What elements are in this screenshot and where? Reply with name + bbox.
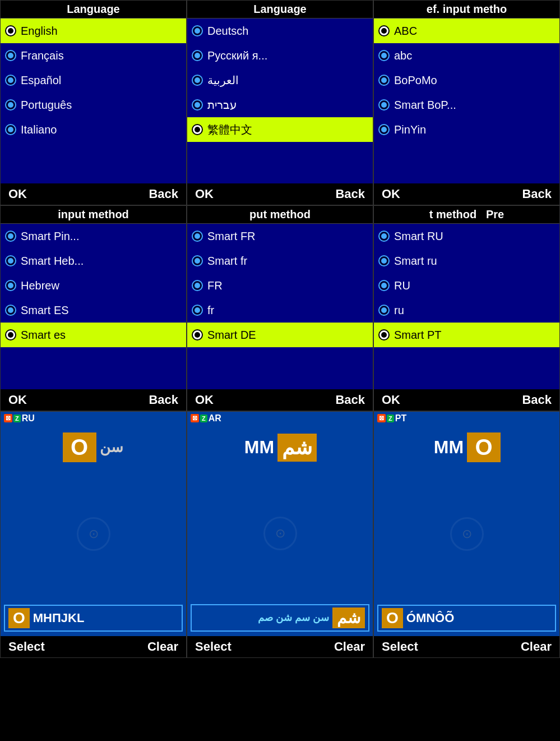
method-label: Smart DE bbox=[207, 329, 256, 342]
back-button[interactable]: Back bbox=[149, 187, 178, 201]
typed-chars: شم ММ bbox=[193, 431, 367, 464]
selected-char: О bbox=[8, 608, 30, 628]
ok-button[interactable]: OK bbox=[8, 393, 27, 407]
input-bopomo[interactable]: BoPoMo bbox=[374, 68, 559, 93]
typed-char-highlighted: О bbox=[63, 432, 96, 462]
select-button[interactable]: Select bbox=[8, 639, 45, 654]
method-smart-ru-upper[interactable]: Smart RU bbox=[374, 224, 559, 248]
ok-button[interactable]: OK bbox=[195, 393, 214, 407]
typing-area: ММ О ⊙ bbox=[374, 425, 559, 605]
method-ru-upper[interactable]: RU bbox=[374, 273, 559, 298]
input-method-panel-2: put method Smart FR Smart fr FR fr Smart… bbox=[187, 205, 373, 411]
lang-label: Русский я... bbox=[207, 49, 267, 62]
typed-char-highlighted: О bbox=[467, 432, 501, 462]
keyboard-input-bar[interactable]: О ÓMNÔÕ bbox=[377, 605, 556, 632]
ok-button[interactable]: OK bbox=[8, 187, 27, 201]
lang-italiano[interactable]: Italiano bbox=[1, 117, 186, 142]
footer-bar: OK Back bbox=[187, 183, 373, 205]
logo-icon: ⊠ bbox=[191, 414, 199, 422]
lang-chinese[interactable]: 繁體中文 bbox=[187, 117, 373, 142]
radio-icon bbox=[5, 280, 16, 291]
footer-bar: OK Back bbox=[374, 389, 559, 411]
input-label: BoPoMo bbox=[394, 74, 437, 87]
logo2-icon: Z bbox=[387, 415, 394, 422]
radio-icon bbox=[192, 50, 203, 61]
radio-icon bbox=[5, 75, 16, 86]
method-label: RU bbox=[394, 279, 410, 292]
method-label: Smart RU bbox=[394, 230, 443, 243]
lang-label: PT bbox=[395, 413, 406, 424]
radio-icon bbox=[5, 305, 16, 316]
method-smart-pt[interactable]: Smart PT bbox=[374, 323, 559, 347]
logo2-icon: Z bbox=[13, 415, 21, 422]
method-ru-lower[interactable]: ru bbox=[374, 298, 559, 323]
typed-char-mm: ММ bbox=[242, 435, 276, 460]
method-smart-fr-upper[interactable]: Smart FR bbox=[187, 224, 373, 248]
back-button[interactable]: Back bbox=[149, 393, 178, 407]
ok-button[interactable]: OK bbox=[382, 187, 400, 201]
method-smart-pin[interactable]: Smart Pin... bbox=[1, 224, 186, 248]
footer-bar: OK Back bbox=[1, 389, 186, 411]
input-label: Smart BoP... bbox=[394, 99, 456, 112]
keyboard-ar: ⊠ Z AR شم ММ ⊙ شم سن سم شن صم Select Cle… bbox=[187, 411, 373, 658]
lang-portugues[interactable]: Português bbox=[1, 93, 186, 117]
radio-icon bbox=[378, 75, 390, 86]
logo-icon: ⊠ bbox=[377, 414, 386, 422]
method-label: Smart ru bbox=[394, 255, 437, 268]
input-label: abc bbox=[394, 49, 412, 62]
ok-button[interactable]: OK bbox=[195, 187, 214, 201]
method-smart-es-lower[interactable]: Smart es bbox=[1, 323, 186, 347]
lang-espanol[interactable]: Español bbox=[1, 68, 186, 93]
method-smart-ru-lower[interactable]: Smart ru bbox=[374, 248, 559, 273]
method-label: Smart Heb... bbox=[21, 255, 84, 268]
keyboard-header-ru: ⊠ Z RU bbox=[1, 412, 186, 425]
input-abc-lower[interactable]: abc bbox=[374, 43, 559, 68]
language-panel-3: ef. input metho ABC abc BoPoMo Smart BoP… bbox=[373, 0, 560, 205]
keyboard-input-bar[interactable]: شم سن سم شن صم bbox=[191, 604, 369, 632]
lang-arabic[interactable]: العربية bbox=[187, 68, 373, 93]
input-abc[interactable]: ABC bbox=[374, 19, 559, 43]
keyboard-input-bar[interactable]: О МНПJKL bbox=[4, 605, 183, 632]
back-button[interactable]: Back bbox=[335, 187, 365, 201]
back-button[interactable]: Back bbox=[335, 393, 365, 407]
selected-char: О bbox=[382, 608, 403, 628]
lang-english[interactable]: English bbox=[1, 19, 186, 43]
method-label: ru bbox=[394, 304, 404, 317]
clear-button[interactable]: Clear bbox=[147, 639, 178, 654]
ok-button[interactable]: OK bbox=[382, 393, 400, 407]
lang-francais[interactable]: Français bbox=[1, 43, 186, 68]
keyboard-ru: ⊠ Z RU О سن ⊙ О МНПJKL Select Clear bbox=[0, 411, 187, 658]
back-button[interactable]: Back bbox=[522, 393, 552, 407]
radio-icon bbox=[5, 231, 16, 242]
keyboard-header-ar: ⊠ Z AR bbox=[187, 412, 373, 425]
method-smart-heb[interactable]: Smart Heb... bbox=[1, 248, 186, 273]
method-label: Hebrew bbox=[21, 279, 59, 292]
method-fr-upper[interactable]: FR bbox=[187, 273, 373, 298]
method-label: Smart ES bbox=[21, 304, 69, 317]
input-smart-bop[interactable]: Smart BoP... bbox=[374, 93, 559, 117]
input-pinyin[interactable]: PinYin bbox=[374, 117, 559, 142]
lang-deutsch[interactable]: Deutsch bbox=[187, 19, 373, 43]
lang-hebrew[interactable]: עברית bbox=[187, 93, 373, 117]
method-smart-fr-lower[interactable]: Smart fr bbox=[187, 248, 373, 273]
language-panel-1: Language English Français Español Portug… bbox=[0, 0, 187, 205]
back-button[interactable]: Back bbox=[522, 187, 552, 201]
radio-icon bbox=[5, 25, 16, 36]
clear-button[interactable]: Clear bbox=[521, 639, 552, 654]
select-button[interactable]: Select bbox=[195, 639, 232, 654]
method-fr-lower[interactable]: fr bbox=[187, 298, 373, 323]
input-label: PinYin bbox=[394, 123, 426, 136]
method-hebrew[interactable]: Hebrew bbox=[1, 273, 186, 298]
method-label: FR bbox=[207, 279, 223, 292]
lang-label: Español bbox=[21, 74, 61, 87]
radio-icon bbox=[5, 329, 16, 340]
typed-char-arabic: سن bbox=[98, 436, 126, 458]
lang-label: Italiano bbox=[21, 123, 57, 136]
method-smart-de[interactable]: Smart DE bbox=[187, 323, 373, 347]
select-button[interactable]: Select bbox=[382, 639, 418, 654]
clear-button[interactable]: Clear bbox=[334, 639, 365, 654]
radio-icon bbox=[192, 25, 203, 36]
method-smart-es-upper[interactable]: Smart ES bbox=[1, 298, 186, 323]
lang-russian[interactable]: Русский я... bbox=[187, 43, 373, 68]
logo2-icon: Z bbox=[200, 415, 207, 422]
